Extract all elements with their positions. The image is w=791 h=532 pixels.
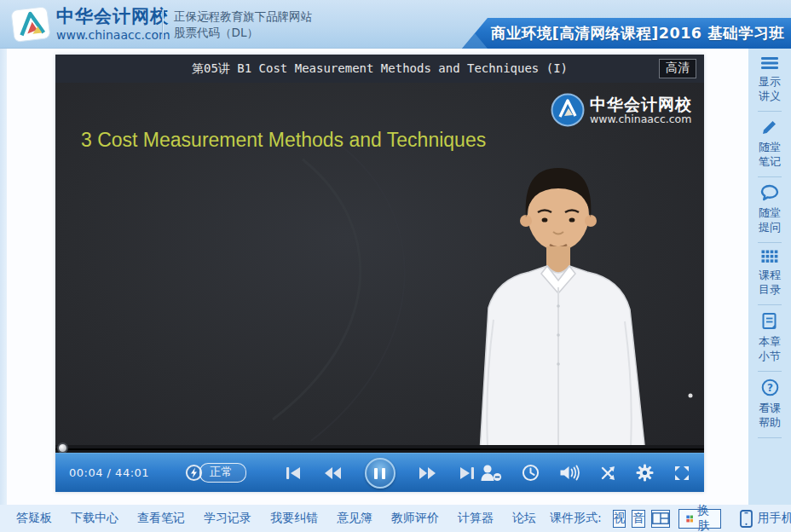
svg-text:?: ? [767, 382, 773, 394]
header-divider [162, 9, 163, 38]
crossed-arrows-button[interactable] [599, 465, 616, 482]
bottom-link-download-center[interactable]: 下载中心 [71, 511, 118, 526]
watch-on-mobile-link[interactable]: 用手机看 [740, 510, 791, 528]
timer-clock-button[interactable] [522, 464, 540, 482]
slide-heading: 3 Cost Measurement Methods and Technique… [81, 129, 486, 152]
course-banner-text: 商业环境[高清网络课程]2016 基础学习班 [491, 23, 784, 43]
sidebar-item-chapter-summary[interactable]: 本章小节 [757, 312, 782, 363]
change-skin-button[interactable]: 换肤 [678, 509, 721, 529]
watermark-text: 中华会计网校 www.chinaacc.com [590, 95, 692, 125]
right-sidebar: 显示讲义 随堂笔记 随堂提问 课程目录 [748, 49, 791, 505]
sidebar-divider [758, 176, 782, 177]
mobile-label: 用手机看 [758, 511, 791, 526]
sidebar-divider [758, 111, 782, 112]
sidebar-divider [758, 371, 782, 372]
menu-icon [760, 56, 779, 70]
bottom-link-feedback-book[interactable]: 意见簿 [337, 511, 372, 526]
progress-thumb[interactable] [57, 442, 68, 453]
watermark-name: 中华会计网校 [590, 95, 692, 113]
watermark-logo-icon [551, 93, 585, 127]
layout-format-icon [652, 512, 669, 524]
sidebar-item-label: 随堂提问 [757, 205, 782, 234]
lecture-title: 第05讲 B1 Cost Measurement Methods and Tec… [192, 61, 568, 77]
top-header: 中华会计网校 www.chinaacc.com 正保远程教育旗下品牌网站 股票代… [0, 0, 791, 49]
page: 中华会计网校 www.chinaacc.com 正保远程教育旗下品牌网站 股票代… [0, 0, 791, 532]
hide-teacher-button[interactable] [480, 464, 502, 482]
pause-button[interactable] [365, 458, 396, 489]
course-banner-ribbon: 商业环境[高清网络课程]2016 基础学习班 [462, 18, 791, 49]
brand-block: 中华会计网校 www.chinaacc.com [56, 6, 170, 43]
sidebar-item-label: 看课帮助 [757, 401, 782, 430]
pencil-icon [761, 119, 778, 136]
settings-gear-button[interactable] [636, 464, 654, 482]
time-display: 00:04 / 44:01 [69, 466, 149, 479]
header-tagline: 正保远程教育旗下品牌网站 股票代码（DL） [174, 9, 312, 41]
speed-label: 正常 [199, 463, 246, 483]
bottom-toolbar: 答疑板 下载中心 查看笔记 学习记录 我要纠错 意见簿 教师评价 计算器 论坛 … [0, 505, 791, 532]
playback-speed-control[interactable]: 正常 [185, 463, 246, 483]
sidebar-divider [758, 304, 782, 305]
help-icon: ? [761, 379, 779, 396]
brand-url: www.chinaacc.com [56, 27, 170, 43]
video-player: 第05讲 B1 Cost Measurement Methods and Tec… [55, 55, 704, 492]
volume-button[interactable] [559, 465, 580, 481]
document-icon [761, 312, 778, 330]
progress-track[interactable] [55, 448, 704, 450]
sidebar-item-show-handout[interactable]: 显示讲义 [757, 56, 782, 103]
brand-name: 中华会计网校 [56, 6, 170, 27]
fast-forward-button[interactable] [419, 466, 436, 480]
tagline-line1: 正保远程教育旗下品牌网站 [174, 9, 312, 25]
rewind-button[interactable] [324, 466, 342, 480]
bottom-link-teacher-rating[interactable]: 教师评价 [391, 511, 439, 526]
bottom-link-qa-board[interactable]: 答疑板 [16, 511, 52, 526]
sidebar-divider [758, 242, 782, 243]
skin-label: 换肤 [697, 503, 713, 532]
video-watermark: 中华会计网校 www.chinaacc.com [551, 93, 692, 127]
skin-palette-icon [686, 513, 694, 524]
grid-icon [761, 250, 778, 263]
bottom-link-view-notes[interactable]: 查看笔记 [137, 511, 185, 526]
sidebar-item-course-catalog[interactable]: 课程目录 [757, 250, 782, 297]
tagline-line2: 股票代码（DL） [174, 25, 312, 41]
sidebar-item-class-notes[interactable]: 随堂笔记 [757, 119, 782, 169]
previous-track-button[interactable] [286, 466, 301, 480]
format-layout-button[interactable] [651, 510, 670, 528]
watermark-url: www.chinaacc.com [590, 113, 692, 125]
bottom-link-study-record[interactable]: 学习记录 [204, 511, 251, 526]
format-audio-button[interactable]: 音 [632, 510, 645, 528]
format-video-button[interactable]: 视 [613, 510, 626, 528]
sidebar-item-ask-question[interactable]: 随堂提问 [757, 184, 782, 234]
chat-icon [760, 184, 779, 201]
control-bar-right-icons [480, 464, 690, 482]
sidebar-item-viewing-help[interactable]: ? 看课帮助 [757, 379, 782, 430]
fullscreen-button[interactable] [673, 465, 690, 482]
brand-logo-icon[interactable] [9, 5, 53, 48]
bottom-link-forum[interactable]: 论坛 [512, 511, 536, 526]
sidebar-divider [758, 437, 782, 438]
transport-controls [286, 454, 475, 493]
video-surface[interactable]: 3 Cost Measurement Methods and Technique… [55, 83, 704, 453]
courseware-format-label: 课件形式: [550, 511, 602, 526]
sidebar-item-label: 课程目录 [757, 268, 782, 297]
next-track-button[interactable] [459, 466, 475, 480]
bottom-link-report-error[interactable]: 我要纠错 [270, 511, 318, 526]
video-title-bar: 第05讲 B1 Cost Measurement Methods and Tec… [55, 55, 704, 83]
bottom-link-calculator[interactable]: 计算器 [458, 511, 494, 526]
control-bar: 00:04 / 44:01 正常 [55, 453, 704, 492]
sidebar-item-label: 本章小节 [757, 334, 782, 363]
hd-quality-badge[interactable]: 高清 [659, 59, 696, 78]
sidebar-item-label: 随堂笔记 [757, 140, 782, 169]
phone-icon [740, 510, 753, 528]
progress-bar[interactable] [55, 445, 704, 453]
sidebar-item-label: 显示讲义 [757, 74, 782, 103]
